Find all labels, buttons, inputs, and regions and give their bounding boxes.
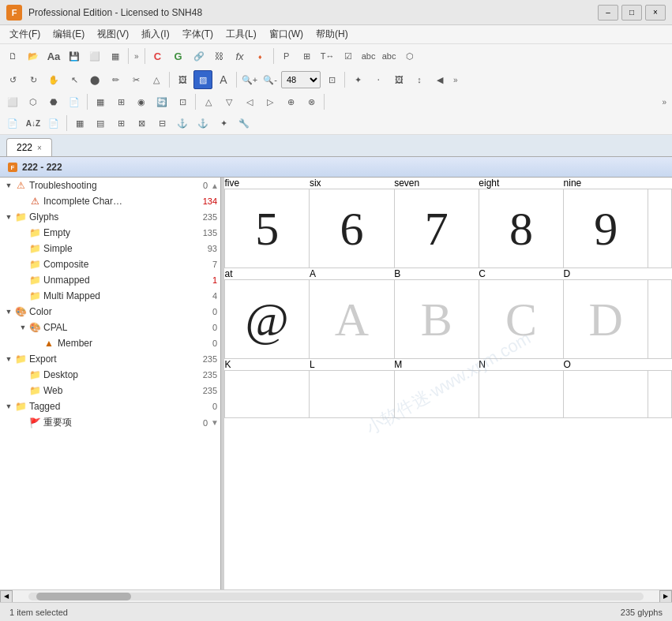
glyph-cell-D[interactable]: D — [564, 280, 648, 359]
tb4-btn9[interactable]: ⚓ — [193, 114, 212, 133]
sidebar-item-member[interactable]: ▲ Member 0 — [0, 335, 220, 351]
tb3-btn9[interactable]: ⊡ — [173, 92, 192, 111]
tb2-btn5[interactable]: ✦ — [348, 70, 367, 89]
tb3-btn13[interactable]: ▷ — [261, 92, 280, 111]
menu-view[interactable]: 视图(V) — [91, 26, 135, 43]
tb3-btn4[interactable]: 📄 — [65, 92, 84, 111]
tb2-btn9[interactable]: ◀ — [430, 70, 449, 89]
glyph-cell-at[interactable]: @ — [225, 280, 310, 359]
glyph-cell-B[interactable]: B — [394, 280, 479, 359]
menu-font[interactable]: 字体(T) — [176, 26, 220, 43]
expand-tagged[interactable]: ▼ — [3, 401, 14, 412]
glyph-cell-M[interactable] — [394, 371, 479, 418]
glyph-cell-C[interactable]: C — [479, 280, 563, 359]
unlink-button[interactable]: ⛓ — [210, 47, 229, 65]
sidebar-item-web[interactable]: 📁 Web 235 — [0, 383, 220, 398]
tb3-btn10[interactable]: △ — [199, 92, 218, 111]
open-button[interactable]: 📂 — [24, 47, 43, 65]
menu-edit[interactable]: 编辑(E) — [47, 26, 91, 43]
glyph-cell-7[interactable]: 7 — [394, 189, 479, 268]
tb4-btn8[interactable]: ⚓ — [173, 114, 192, 133]
sidebar-item-important[interactable]: 🚩 重要项 0 ▼ — [0, 414, 220, 431]
tb2-btn2[interactable]: ✏ — [106, 70, 125, 89]
zoom-select[interactable]: 48 24 72 96 — [281, 71, 321, 88]
tb3-btn7[interactable]: ◉ — [132, 92, 151, 111]
tb4-btn10[interactable]: ✦ — [214, 114, 233, 133]
menu-file[interactable]: 文件(F) — [3, 26, 47, 43]
sidebar-item-simple[interactable]: 📁 Simple 93 — [0, 241, 220, 256]
cut-button[interactable]: C — [148, 47, 167, 65]
glyph-cell-K[interactable] — [225, 371, 310, 418]
menu-help[interactable]: 帮助(H) — [310, 26, 355, 43]
horizontal-scrollbar[interactable]: ◀ ▶ — [0, 589, 672, 602]
tb-btn-x5[interactable]: abc — [380, 47, 399, 65]
tb4-btn5[interactable]: ⊞ — [111, 114, 130, 133]
zoom-in-btn[interactable]: 🔍+ — [240, 70, 259, 89]
placeholder-btn[interactable]: P — [277, 47, 296, 65]
hscroll-track[interactable] — [28, 593, 644, 600]
tb-btn-x4[interactable]: abc — [359, 47, 378, 65]
sidebar-item-export[interactable]: ▼ 📁 Export 235 — [0, 351, 220, 367]
sidebar-item-empty[interactable]: 📁 Empty 135 — [0, 225, 220, 241]
tb4-btn1[interactable]: 📄 — [3, 114, 22, 133]
hscroll-thumb[interactable] — [36, 593, 131, 600]
close-button[interactable]: × — [645, 5, 666, 21]
tb4-btn6[interactable]: ⊠ — [132, 114, 151, 133]
scroll-up-arrow[interactable]: ▲ — [211, 181, 220, 190]
menu-insert[interactable]: 插入(I) — [135, 26, 175, 43]
glyph-cell-O[interactable] — [564, 371, 648, 418]
tb3-btn1[interactable]: ⬜ — [3, 92, 22, 111]
glyph-cell-6[interactable]: 6 — [310, 189, 394, 268]
tb-btn-x1[interactable]: ⊞ — [298, 47, 317, 65]
expand-color[interactable]: ▼ — [3, 306, 14, 317]
erase-button[interactable]: ⬧ — [251, 47, 270, 65]
scroll-down-arrow[interactable]: ▼ — [211, 418, 220, 427]
tb3-btn15[interactable]: ⊗ — [302, 92, 321, 111]
tb3-btn5[interactable]: ▦ — [91, 92, 110, 111]
glyph-cell-5[interactable]: 5 — [225, 189, 310, 268]
tb2-btn8[interactable]: ↕ — [410, 70, 429, 89]
link-button[interactable]: 🔗 — [190, 47, 208, 65]
tb3-btn2[interactable]: ⬡ — [24, 92, 43, 111]
glyph-cell-8[interactable]: 8 — [479, 189, 563, 268]
pointer-btn[interactable]: ↖ — [65, 70, 84, 89]
glyph-cell-empty-2[interactable] — [648, 280, 672, 359]
toolbar-more-3[interactable]: » — [659, 98, 669, 107]
expand-glyphs[interactable]: ▼ — [3, 211, 14, 223]
maximize-button[interactable]: □ — [621, 5, 642, 21]
text-btn[interactable]: A — [214, 70, 233, 89]
sidebar-item-unmapped[interactable]: 📁 Unmapped 1 — [0, 272, 220, 288]
glyph-cell-L[interactable] — [310, 371, 394, 418]
menu-window[interactable]: 窗口(W) — [263, 26, 310, 43]
tb3-btn11[interactable]: ▽ — [220, 92, 238, 111]
sidebar-item-tagged[interactable]: ▼ 📁 Tagged 0 — [0, 398, 220, 414]
glyph-cell-empty-3[interactable] — [648, 371, 672, 418]
tb2-btn4[interactable]: △ — [147, 70, 166, 89]
hscroll-right-btn[interactable]: ▶ — [659, 590, 672, 603]
glyph-cell-N[interactable] — [479, 371, 563, 418]
sidebar-item-troubleshooting[interactable]: ▼ ⚠ Troubleshooting 0 ▲ — [0, 178, 220, 193]
menu-tools[interactable]: 工具(L) — [220, 26, 263, 43]
sidebar-item-cpal[interactable]: ▼ 🎨 CPAL 0 — [0, 320, 220, 335]
expand-export[interactable]: ▼ — [3, 354, 14, 365]
tb-btn-6[interactable]: ▦ — [106, 47, 125, 65]
tb4-btn11[interactable]: 🔧 — [235, 114, 253, 133]
tb-btn-x6[interactable]: ⬡ — [400, 47, 419, 65]
undo-btn[interactable]: ↺ — [3, 70, 22, 89]
tb-btn-x3[interactable]: ☑ — [339, 47, 358, 65]
tb4-btn2[interactable]: 📄 — [44, 114, 63, 133]
save-button[interactable]: 💾 — [65, 47, 84, 65]
glyph-cell-A[interactable]: A — [310, 280, 394, 359]
sidebar-item-desktop[interactable]: 📁 Desktop 235 — [0, 367, 220, 383]
sidebar-item-incomplete[interactable]: ⚠ Incomplete Char… 134 — [0, 193, 220, 209]
tb-btn-5[interactable]: ⬜ — [85, 47, 104, 65]
tb2-btn1[interactable]: ⬤ — [85, 70, 104, 89]
glyph-cell-empty-1[interactable] — [648, 189, 672, 268]
tb3-btn6[interactable]: ⊞ — [111, 92, 130, 111]
expand-troubleshooting[interactable]: ▼ — [3, 180, 14, 191]
tb-btn-x2[interactable]: T↔ — [318, 47, 337, 65]
tb2-btn6[interactable]: ⬝ — [369, 70, 388, 89]
expand-cpal[interactable]: ▼ — [17, 322, 28, 333]
sidebar-item-multimapped[interactable]: 📁 Multi Mapped 4 — [0, 288, 220, 304]
tb4-btn3[interactable]: ▦ — [70, 114, 89, 133]
